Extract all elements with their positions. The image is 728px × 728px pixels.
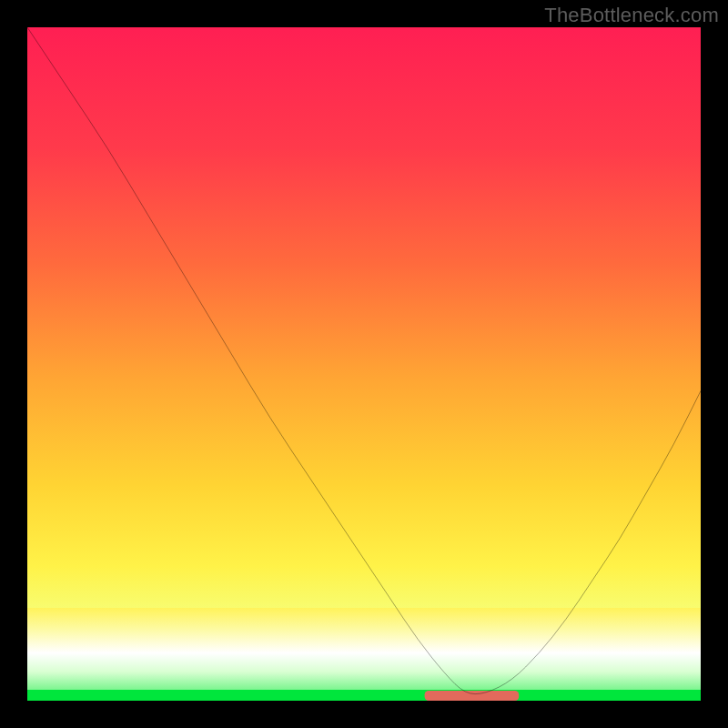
curve-layer xyxy=(27,27,701,701)
watermark-text: TheBottleneck.com xyxy=(544,4,719,27)
chart-frame: TheBottleneck.com xyxy=(0,0,728,728)
flat-region-bar xyxy=(425,691,520,701)
bottleneck-curve xyxy=(27,27,701,694)
plot-area xyxy=(27,27,701,701)
